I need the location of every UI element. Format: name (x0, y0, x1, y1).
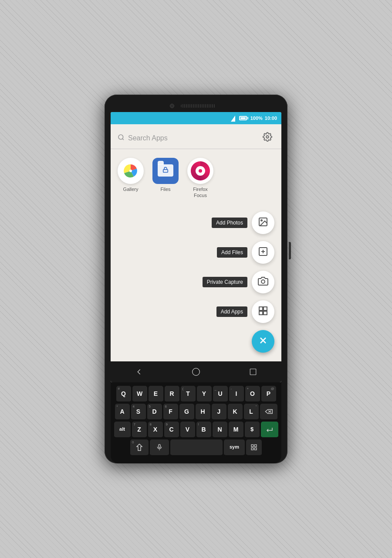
svg-rect-26 (254, 448, 257, 450)
keyboard-row-1: #Q W E R (T Y _U -I +O @P (114, 386, 278, 402)
key-l[interactable]: "L (244, 404, 259, 420)
keyboard-row-4: 0 sym (114, 439, 278, 456)
key-r[interactable]: R (165, 386, 179, 402)
app-label-firefox: FirefoxFocus (193, 187, 208, 198)
svg-rect-24 (254, 445, 257, 447)
key-dollar[interactable]: $ (245, 422, 260, 438)
svg-rect-21 (159, 444, 160, 448)
app-item-firefox[interactable]: FirefoxFocus (187, 158, 213, 198)
close-icon (258, 335, 268, 347)
files-icon (152, 158, 179, 184)
svg-rect-18 (250, 369, 256, 375)
svg-rect-23 (251, 445, 253, 447)
key-u[interactable]: _U (213, 386, 228, 402)
key-n[interactable]: N (213, 422, 227, 438)
add-apps-label: Add Apps (216, 306, 247, 317)
gallery-pinwheel (122, 163, 139, 179)
app-item-gallery[interactable]: Gallery (118, 158, 144, 198)
app-item-files[interactable]: Files (152, 158, 179, 198)
search-box[interactable]: Search Apps (118, 134, 256, 143)
key-a[interactable]: *A (115, 404, 130, 420)
search-area: Search Apps (111, 124, 281, 149)
key-d[interactable]: 5D (147, 404, 162, 420)
key-e[interactable]: E (149, 386, 163, 402)
svg-point-10 (261, 280, 265, 283)
gallery-icon (118, 158, 144, 184)
svg-line-1 (122, 139, 124, 140)
key-o[interactable]: +O (245, 386, 260, 402)
key-s[interactable]: 4S (131, 404, 146, 420)
app-grid: Gallery (111, 149, 281, 202)
nav-bar (111, 361, 281, 382)
svg-rect-4 (163, 170, 168, 172)
keyboard: #Q W E R (T Y _U -I +O @P *A 4S 5D 6F G … (111, 382, 281, 463)
key-i[interactable]: -I (229, 386, 244, 402)
search-icon (118, 134, 125, 143)
key-q[interactable]: #Q (116, 386, 131, 402)
key-k[interactable]: K (228, 404, 243, 420)
speaker-grille (181, 104, 216, 108)
add-photos-button[interactable] (252, 211, 274, 234)
key-backspace[interactable] (260, 404, 277, 420)
fab-row-add-apps: Add Apps (216, 300, 274, 323)
key-mic[interactable] (150, 439, 169, 456)
svg-point-3 (129, 170, 132, 172)
key-grid-lang[interactable] (246, 439, 262, 456)
svg-point-2 (266, 136, 269, 139)
side-button[interactable] (289, 242, 291, 259)
firefox-icon (187, 158, 213, 184)
svg-rect-13 (259, 311, 263, 315)
key-h[interactable]: H (196, 404, 210, 420)
back-button[interactable] (129, 362, 149, 381)
key-shift[interactable]: 0 (130, 439, 149, 456)
lock-icon (162, 167, 169, 174)
add-files-label: Add Files (217, 247, 247, 258)
clock: 10:00 (265, 116, 277, 121)
key-g[interactable]: G (179, 404, 194, 420)
battery-icon (239, 116, 248, 120)
key-alt[interactable]: alt (114, 422, 131, 438)
fab-area: Add Photos Add Files (111, 203, 281, 361)
key-t[interactable]: (T (181, 386, 196, 402)
settings-button[interactable] (260, 131, 274, 145)
key-space[interactable] (170, 439, 223, 456)
add-files-button[interactable] (252, 241, 274, 264)
svg-rect-25 (251, 448, 253, 450)
key-enter[interactable] (261, 422, 278, 438)
home-button[interactable] (186, 362, 206, 381)
svg-point-6 (261, 220, 262, 221)
search-placeholder: Search Apps (128, 134, 168, 142)
svg-rect-11 (259, 307, 263, 310)
key-m[interactable]: M (229, 422, 243, 438)
key-c[interactable]: 9C (164, 422, 179, 438)
key-y[interactable]: Y (197, 386, 212, 402)
key-sym[interactable]: sym (224, 439, 245, 456)
add-apps-button[interactable] (252, 300, 274, 323)
phone-screen: 100% 10:00 Search Apps (111, 112, 281, 382)
key-z[interactable]: 7Z (132, 422, 147, 438)
private-capture-button[interactable] (252, 271, 274, 293)
key-j[interactable]: J (212, 404, 226, 420)
status-icons: 100% 10:00 (231, 115, 277, 121)
grid-icon (258, 306, 268, 318)
phone-top-bar (111, 101, 281, 112)
fab-row-add-photos: Add Photos (212, 211, 274, 234)
keyboard-row-2: *A 4S 5D 6F G H J K "L (114, 404, 278, 420)
keyboard-row-3: alt 7Z 8X 9C V !B N M $ (114, 422, 278, 438)
private-capture-label: Private Capture (203, 277, 247, 287)
svg-point-0 (118, 135, 123, 140)
key-w[interactable]: W (132, 386, 147, 402)
image-icon (258, 217, 268, 229)
key-x[interactable]: 8X (148, 422, 163, 438)
key-b[interactable]: !B (196, 422, 211, 438)
key-f[interactable]: 6F (163, 404, 178, 420)
key-v[interactable]: V (180, 422, 195, 438)
svg-rect-12 (264, 307, 267, 310)
signal-icon (231, 115, 237, 121)
camera-icon (258, 276, 268, 288)
recents-button[interactable] (243, 362, 263, 381)
fab-main-button[interactable] (252, 330, 274, 353)
gear-icon (263, 132, 272, 144)
key-p[interactable]: @P (261, 386, 276, 402)
status-bar: 100% 10:00 (111, 112, 281, 124)
